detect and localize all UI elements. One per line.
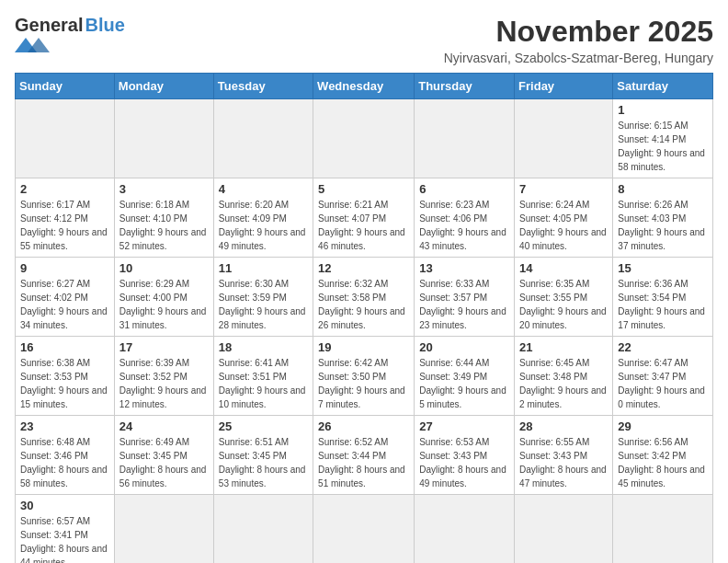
header-sunday: Sunday [16, 74, 115, 99]
table-row: 23 Sunrise: 6:48 AM Sunset: 3:46 PM Dayl… [16, 416, 115, 495]
table-row [415, 495, 515, 564]
table-row: 19 Sunrise: 6:42 AM Sunset: 3:50 PM Dayl… [313, 337, 415, 416]
table-row [114, 495, 213, 564]
table-row [114, 99, 213, 178]
table-row [313, 99, 415, 178]
table-row [313, 495, 415, 564]
table-row: 8 Sunrise: 6:26 AM Sunset: 4:03 PM Dayli… [613, 178, 713, 258]
table-row: 24 Sunrise: 6:49 AM Sunset: 3:45 PM Dayl… [114, 416, 213, 495]
header-wednesday: Wednesday [313, 74, 415, 99]
month-title: November 2025 [444, 15, 713, 49]
table-row: 16 Sunrise: 6:38 AM Sunset: 3:53 PM Dayl… [16, 337, 115, 416]
logo-general: General [15, 15, 83, 36]
table-row: 28 Sunrise: 6:55 AM Sunset: 3:43 PM Dayl… [515, 416, 613, 495]
table-row: 17 Sunrise: 6:39 AM Sunset: 3:52 PM Dayl… [114, 337, 213, 416]
page-header: General Blue November 2025 Nyirvasvari, … [15, 15, 713, 65]
header-tuesday: Tuesday [213, 74, 313, 99]
table-row: 29 Sunrise: 6:56 AM Sunset: 3:42 PM Dayl… [613, 416, 713, 495]
table-row [613, 495, 713, 564]
table-row [415, 99, 515, 178]
table-row: 2 Sunrise: 6:17 AM Sunset: 4:12 PM Dayli… [16, 178, 115, 258]
logo-icon [15, 36, 61, 54]
table-row: 4 Sunrise: 6:20 AM Sunset: 4:09 PM Dayli… [213, 178, 313, 258]
table-row: 3 Sunrise: 6:18 AM Sunset: 4:10 PM Dayli… [114, 178, 213, 258]
header-monday: Monday [114, 74, 213, 99]
table-row: 11 Sunrise: 6:30 AM Sunset: 3:59 PM Dayl… [213, 258, 313, 337]
table-row: 30 Sunrise: 6:57 AM Sunset: 3:41 PM Dayl… [16, 495, 115, 564]
table-row: 7 Sunrise: 6:24 AM Sunset: 4:05 PM Dayli… [515, 178, 613, 258]
table-row: 5 Sunrise: 6:21 AM Sunset: 4:07 PM Dayli… [313, 178, 415, 258]
calendar-table: Sunday Monday Tuesday Wednesday Thursday… [15, 73, 713, 563]
logo-blue: Blue [85, 15, 124, 36]
table-row: 27 Sunrise: 6:53 AM Sunset: 3:43 PM Dayl… [415, 416, 515, 495]
table-row: 25 Sunrise: 6:51 AM Sunset: 3:45 PM Dayl… [213, 416, 313, 495]
header-saturday: Saturday [613, 74, 713, 99]
table-row: 20 Sunrise: 6:44 AM Sunset: 3:49 PM Dayl… [415, 337, 515, 416]
table-row [213, 495, 313, 564]
table-row: 15 Sunrise: 6:36 AM Sunset: 3:54 PM Dayl… [613, 258, 713, 337]
table-row: 21 Sunrise: 6:45 AM Sunset: 3:48 PM Dayl… [515, 337, 613, 416]
logo: General Blue [15, 15, 125, 54]
header-thursday: Thursday [415, 74, 515, 99]
table-row: 13 Sunrise: 6:33 AM Sunset: 3:57 PM Dayl… [415, 258, 515, 337]
table-row: 12 Sunrise: 6:32 AM Sunset: 3:58 PM Dayl… [313, 258, 415, 337]
table-row: 18 Sunrise: 6:41 AM Sunset: 3:51 PM Dayl… [213, 337, 313, 416]
header-friday: Friday [515, 74, 613, 99]
location-title: Nyirvasvari, Szabolcs-Szatmar-Bereg, Hun… [444, 51, 713, 65]
table-row: 26 Sunrise: 6:52 AM Sunset: 3:44 PM Dayl… [313, 416, 415, 495]
table-row: 22 Sunrise: 6:47 AM Sunset: 3:47 PM Dayl… [613, 337, 713, 416]
table-row [213, 99, 313, 178]
table-row [515, 495, 613, 564]
table-row [16, 99, 115, 178]
table-row: 6 Sunrise: 6:23 AM Sunset: 4:06 PM Dayli… [415, 178, 515, 258]
table-row: 10 Sunrise: 6:29 AM Sunset: 4:00 PM Dayl… [114, 258, 213, 337]
table-row: 9 Sunrise: 6:27 AM Sunset: 4:02 PM Dayli… [16, 258, 115, 337]
table-row: 14 Sunrise: 6:35 AM Sunset: 3:55 PM Dayl… [515, 258, 613, 337]
table-row: 1 Sunrise: 6:15 AM Sunset: 4:14 PM Dayli… [613, 99, 713, 178]
title-section: November 2025 Nyirvasvari, Szabolcs-Szat… [444, 15, 713, 65]
table-row [515, 99, 613, 178]
